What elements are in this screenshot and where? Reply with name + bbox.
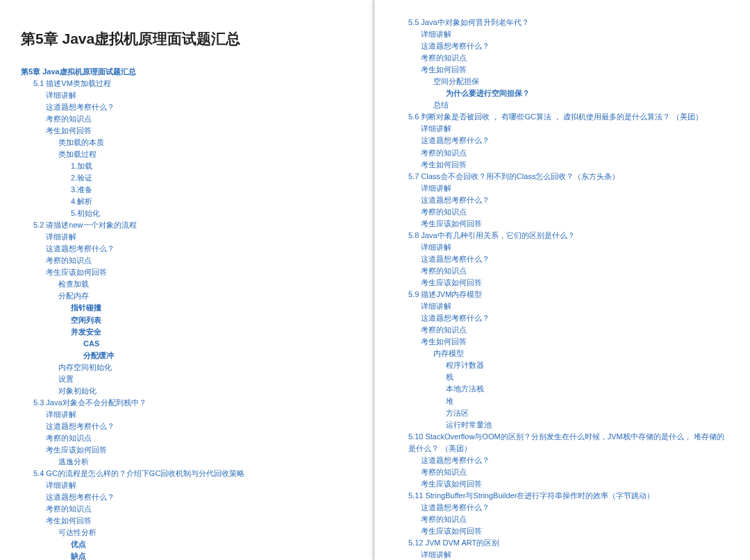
toc-entry[interactable]: 考察的知识点 — [396, 52, 729, 64]
toc-entry[interactable]: 5.7 Class会不会回收？用不到的Class怎么回收？（东方头条） — [396, 171, 729, 183]
toc-entry[interactable]: 考生应该如何回答 — [396, 478, 729, 490]
toc-entry[interactable]: 1.加载 — [21, 160, 353, 172]
toc-entry[interactable]: 运行时常量池 — [396, 419, 729, 431]
toc-entry[interactable]: CAS — [21, 338, 353, 350]
toc-entry[interactable]: 考察的知识点 — [21, 255, 353, 266]
toc-entry-label: 程序计数器 — [446, 361, 484, 369]
toc-entry[interactable]: 优点 — [21, 538, 353, 550]
toc-entry-label: 类加载的本质 — [58, 138, 104, 146]
toc-entry[interactable]: 考生应该如何回答 — [21, 266, 353, 278]
toc-entry[interactable]: 分配缓冲 — [21, 350, 353, 362]
toc-entry[interactable]: 考察的知识点 — [21, 432, 353, 444]
toc-entry[interactable]: 5.11 StringBuffer与StringBuilder在进行字符串操作时… — [396, 490, 729, 502]
toc-entry[interactable]: 这道题想考察什么？ — [21, 491, 353, 503]
toc-entry[interactable]: 3.准备 — [21, 184, 353, 196]
toc-entry[interactable]: 5.5 Java中对象如何晋升到老年代？ — [396, 17, 729, 28]
toc-entry[interactable]: 考生如何回答 — [21, 515, 353, 527]
toc-entry[interactable]: 考生如何回答 — [396, 159, 729, 171]
toc-entry[interactable]: 空间分配担保 — [396, 76, 729, 87]
toc-entry[interactable]: 程序计数器 — [396, 359, 729, 371]
toc-entry[interactable]: 考察的知识点 — [396, 206, 729, 218]
toc-entry[interactable]: 检查加载 — [21, 278, 353, 290]
toc-entry[interactable]: 逃逸分析 — [21, 456, 353, 468]
toc-entry[interactable]: 5.12 JVM DVM ART的区别 — [396, 537, 729, 549]
toc-entry[interactable]: 可达性分析 — [21, 527, 353, 538]
toc-entry[interactable]: 详细讲解 — [21, 90, 353, 101]
toc-entry[interactable]: 第5章 Java虚拟机原理面试题汇总 — [21, 66, 353, 78]
toc-entry-label: 5.12 JVM DVM ART的区别 — [408, 538, 499, 547]
toc-entry[interactable]: 分配内存 — [21, 290, 353, 302]
toc-entry[interactable]: 考生如何回答 — [21, 125, 353, 137]
toc-entry[interactable]: 堆 — [396, 396, 729, 407]
toc-entry[interactable]: 这道题想考察什么？ — [396, 194, 729, 206]
toc-entry[interactable]: 类加载过程 — [21, 149, 353, 160]
toc-entry[interactable]: 4.解析 — [21, 196, 353, 207]
toc-entry[interactable]: 5.初始化 — [21, 207, 353, 219]
toc-entry[interactable]: 考生应该如何回答 — [396, 525, 729, 537]
toc-entry-label: 5.3 Java对象会不会分配到栈中？ — [33, 398, 147, 407]
toc-entry[interactable]: 这道题想考察什么？ — [396, 502, 729, 514]
toc-entry[interactable]: 考生应该如何回答 — [396, 277, 729, 289]
toc-entry[interactable]: 考察的知识点 — [21, 113, 353, 125]
toc-entry[interactable]: 考生应该如何回答 — [396, 218, 729, 230]
toc-entry[interactable]: 详细讲解 — [21, 409, 353, 421]
toc-entry[interactable]: 这道题想考察什么？ — [396, 312, 729, 324]
toc-entry[interactable]: 这道题想考察什么？ — [396, 455, 729, 466]
toc-entry[interactable]: 考察的知识点 — [21, 503, 353, 515]
toc-entry[interactable]: 空闲列表 — [21, 314, 353, 326]
toc-entry-label: 5.1 描述VM类加载过程 — [33, 79, 111, 87]
toc-entry[interactable]: 内存模型 — [396, 348, 729, 359]
toc-entry[interactable]: 5.6 判断对象是否被回收 ， 有哪些GC算法 ， 虚拟机使用最多的是什么算法？… — [396, 111, 729, 123]
toc-entry[interactable]: 5.8 Java中有几种引用关系，它们的区别是什么？ — [396, 230, 729, 241]
toc-entry[interactable]: 对象初始化 — [21, 385, 353, 397]
toc-entry[interactable]: 这道题想考察什么？ — [21, 243, 353, 255]
toc-entry[interactable]: 栈 — [396, 371, 729, 383]
toc-entry[interactable]: 考察的知识点 — [396, 514, 729, 525]
toc-entry[interactable]: 考察的知识点 — [396, 324, 729, 336]
toc-entry[interactable]: 并发安全 — [21, 326, 353, 338]
toc-entry[interactable]: 方法区 — [396, 407, 729, 419]
toc-entry[interactable]: 详细讲解 — [396, 183, 729, 194]
toc-entry[interactable]: 5.1 描述VM类加载过程 — [21, 78, 353, 90]
toc-entry[interactable]: 类加载的本质 — [21, 137, 353, 149]
toc-entry[interactable]: 这道题想考察什么？ — [396, 40, 729, 52]
toc-entry-label: 详细讲解 — [421, 124, 451, 133]
toc-entry[interactable]: 5.9 描述JVM内存模型 — [396, 289, 729, 300]
toc-entry[interactable]: 设置 — [21, 373, 353, 385]
toc-entry[interactable]: 指针碰撞 — [21, 302, 353, 314]
toc-entry-label: 这道题想考察什么？ — [46, 493, 115, 501]
toc-entry[interactable]: 考察的知识点 — [396, 147, 729, 159]
toc-entry[interactable]: 5.4 GC的流程是怎么样的？介绍下GC回收机制与分代回收策略 — [21, 468, 353, 480]
toc-entry[interactable]: 详细讲解 — [396, 549, 729, 560]
toc-entry[interactable]: 这道题想考察什么？ — [21, 421, 353, 432]
toc-entry[interactable]: 为什么要进行空间担保？ — [396, 87, 729, 99]
toc-entry[interactable]: 这道题想考察什么？ — [21, 101, 353, 113]
toc-entry-label: 考察的知识点 — [46, 434, 92, 442]
toc-entry[interactable]: 本地方法栈 — [396, 383, 729, 395]
toc-entry[interactable]: 详细讲解 — [396, 300, 729, 312]
toc-entry-label: 1.加载 — [71, 162, 92, 170]
toc-entry[interactable]: 考生应该如何回答 — [21, 444, 353, 456]
toc-entry[interactable]: 5.10 StackOverflow与OOM的区别？分别发生在什么时候，JVM栈… — [396, 431, 729, 455]
page-left: 第5章 Java虚拟机原理面试题汇总 第5章 Java虚拟机原理面试题汇总5.1… — [0, 0, 375, 560]
toc-entry[interactable]: 考察的知识点 — [396, 466, 729, 478]
toc-entry[interactable]: 考生如何回答 — [396, 64, 729, 76]
toc-entry[interactable]: 详细讲解 — [396, 28, 729, 40]
toc-entry[interactable]: 详细讲解 — [396, 123, 729, 135]
toc-entry[interactable]: 考生如何回答 — [396, 336, 729, 348]
toc-entry[interactable]: 内存空间初始化 — [21, 362, 353, 373]
toc-entry-label: 考生应该如何回答 — [421, 527, 482, 535]
toc-entry[interactable]: 缺点 — [21, 550, 353, 560]
toc-entry[interactable]: 总结 — [396, 99, 729, 111]
toc-entry[interactable]: 详细讲解 — [21, 480, 353, 491]
toc-entry[interactable]: 详细讲解 — [21, 231, 353, 243]
toc-entry[interactable]: 考察的知识点 — [396, 265, 729, 277]
toc-entry[interactable]: 2.验证 — [21, 172, 353, 184]
toc-entry[interactable]: 这道题想考察什么？ — [396, 135, 729, 146]
toc-entry[interactable]: 5.3 Java对象会不会分配到栈中？ — [21, 397, 353, 409]
toc-entry-label: 内存空间初始化 — [58, 363, 112, 371]
toc-entry[interactable]: 这道题想考察什么？ — [396, 253, 729, 265]
toc-entry-label: 对象初始化 — [58, 387, 97, 395]
toc-entry[interactable]: 详细讲解 — [396, 241, 729, 253]
toc-entry[interactable]: 5.2 请描述new一个对象的流程 — [21, 219, 353, 231]
